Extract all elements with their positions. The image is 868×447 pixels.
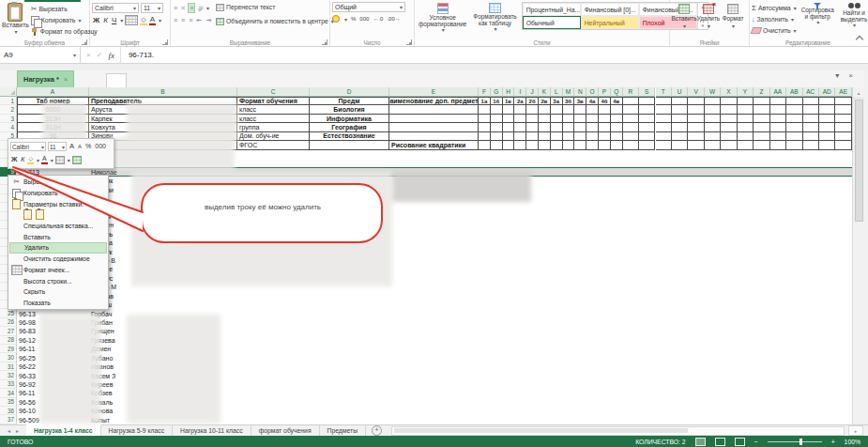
align-bottom-icon[interactable]: ≡ [188, 3, 195, 13]
insert-cells-button[interactable]: Вставить▾ [672, 2, 696, 29]
cell-Z4[interactable] [754, 123, 769, 131]
cell-N3[interactable] [574, 115, 586, 123]
cell-N5[interactable] [574, 132, 586, 141]
cell-V6[interactable] [688, 141, 704, 149]
cell-B23[interactable]: Варнав [89, 291, 237, 300]
cell-W2[interactable] [705, 105, 721, 114]
cell-D1[interactable]: Предм [310, 97, 389, 105]
sheet-nav-right-icon[interactable]: ▸ [16, 427, 19, 434]
cell-AB6[interactable] [786, 141, 802, 149]
align-top-icon[interactable]: ≡ [173, 4, 178, 12]
cell-H2[interactable] [503, 105, 515, 114]
cell-W5[interactable] [705, 132, 721, 141]
bold-button[interactable]: Ж [92, 16, 100, 24]
cell-I5[interactable] [514, 132, 526, 141]
cell-T4[interactable] [656, 123, 672, 131]
cell-O3[interactable] [586, 115, 599, 123]
cell-R5[interactable] [623, 132, 639, 141]
workbook-tab[interactable]: Нагрузка * × [17, 70, 74, 87]
zoom-level[interactable]: 100% [845, 439, 860, 445]
column-header-I[interactable]: I [514, 87, 526, 97]
cell-H5[interactable] [503, 132, 515, 141]
decrease-decimal-button[interactable]: .00→ [387, 16, 400, 22]
cell-O5[interactable] [586, 132, 599, 141]
cell-AC2[interactable] [803, 105, 819, 114]
cell-T3[interactable] [656, 115, 672, 123]
row-header-25[interactable]: 25 [0, 309, 17, 317]
cell-M4[interactable] [563, 123, 575, 131]
cell-X6[interactable] [721, 141, 737, 149]
fill-color-button[interactable]: ◇ [140, 15, 146, 25]
column-header-A[interactable]: A [17, 87, 89, 97]
font-family-combo[interactable]: Calibri▾ [92, 3, 139, 13]
zoom-out-icon[interactable]: − [754, 439, 758, 445]
column-header-M[interactable]: M [563, 87, 575, 97]
cell-U5[interactable] [672, 132, 688, 141]
column-header-O[interactable]: O [586, 87, 599, 97]
column-header-W[interactable]: W [705, 87, 721, 97]
find-select-button[interactable]: Найти и выделить▾ [839, 2, 868, 36]
scroll-up-icon[interactable]: ▴ [853, 87, 864, 99]
cell-I4[interactable] [514, 123, 526, 131]
insert-function-icon[interactable]: fx [108, 51, 114, 60]
context-menu-item-показать[interactable]: Показать [9, 298, 107, 309]
cell-S1[interactable] [639, 97, 655, 105]
column-header-Z[interactable]: Z [754, 87, 769, 97]
cell-Q5[interactable] [611, 132, 623, 141]
cell-AE3[interactable] [835, 115, 851, 123]
format-painter-button[interactable]: Формат по образцу [31, 26, 98, 37]
cell-E4[interactable] [389, 123, 479, 131]
column-header-Q[interactable]: Q [611, 87, 623, 97]
cell-M2[interactable] [563, 105, 575, 114]
cell-L4[interactable] [551, 123, 563, 131]
cell-H6[interactable] [503, 141, 515, 149]
cut-button[interactable]: ✂Вырезать [31, 4, 98, 14]
sheet-nav-left-icon[interactable]: ◂ [8, 427, 10, 434]
cell-R6[interactable] [623, 141, 639, 149]
underline-button[interactable]: Ч [111, 16, 117, 24]
row-header-4[interactable]: 4 [0, 123, 17, 131]
cell-C4[interactable]: группа [237, 123, 310, 131]
column-header-AD[interactable]: AD [819, 87, 835, 97]
cell-AC3[interactable] [803, 115, 819, 123]
cell-Y3[interactable] [738, 115, 754, 123]
window-close-icon[interactable]: × [848, 71, 853, 80]
cell-E2[interactable] [389, 105, 479, 114]
row-header-3[interactable]: 3 [0, 115, 17, 123]
column-header-S[interactable]: S [639, 87, 655, 97]
italic-button[interactable]: К [102, 16, 109, 24]
row-header-2[interactable]: 2 [0, 105, 17, 114]
cell-P6[interactable] [599, 141, 611, 149]
cell-V5[interactable] [688, 132, 704, 141]
cell-T1[interactable] [656, 97, 672, 105]
column-header-D[interactable]: D [310, 87, 389, 97]
column-header-AA[interactable]: AA [770, 87, 786, 97]
cell-Z5[interactable] [754, 132, 769, 141]
cell-J2[interactable] [526, 105, 539, 114]
scrollbar-splitter[interactable]: ▸ [848, 425, 863, 436]
cell-C2[interactable]: класс [237, 105, 310, 114]
cell-AB4[interactable] [786, 123, 802, 131]
column-header-E[interactable]: E [389, 87, 479, 97]
cell-AA1[interactable] [770, 97, 786, 105]
cell-Y5[interactable] [738, 132, 754, 141]
cell-E1[interactable]: Наименование доп. предмета [389, 97, 479, 105]
row-header-26[interactable]: 26 [0, 318, 17, 327]
cell-AE4[interactable] [835, 123, 851, 131]
align-middle-icon[interactable]: ≡ [180, 4, 186, 12]
align-left-icon[interactable]: ≡ [173, 16, 178, 24]
format-cells-button[interactable]: Формат▾ [721, 2, 745, 29]
cell-H3[interactable] [503, 115, 515, 123]
page-layout-view-icon[interactable] [715, 438, 725, 446]
cell-G4[interactable] [491, 123, 503, 131]
wrap-text-button[interactable]: Перенести текст [216, 2, 334, 12]
column-header-G[interactable]: G [491, 87, 503, 97]
cell-G2[interactable] [491, 105, 503, 114]
column-header-H[interactable]: H [503, 87, 515, 97]
percent-style-button[interactable]: % [351, 16, 356, 22]
cell-AB1[interactable] [786, 97, 802, 105]
column-header-B[interactable]: B [89, 87, 237, 97]
cell-Q1[interactable]: 4в [611, 97, 623, 105]
cell-L1[interactable]: 3а [551, 97, 563, 105]
cell-Y4[interactable] [738, 123, 754, 131]
